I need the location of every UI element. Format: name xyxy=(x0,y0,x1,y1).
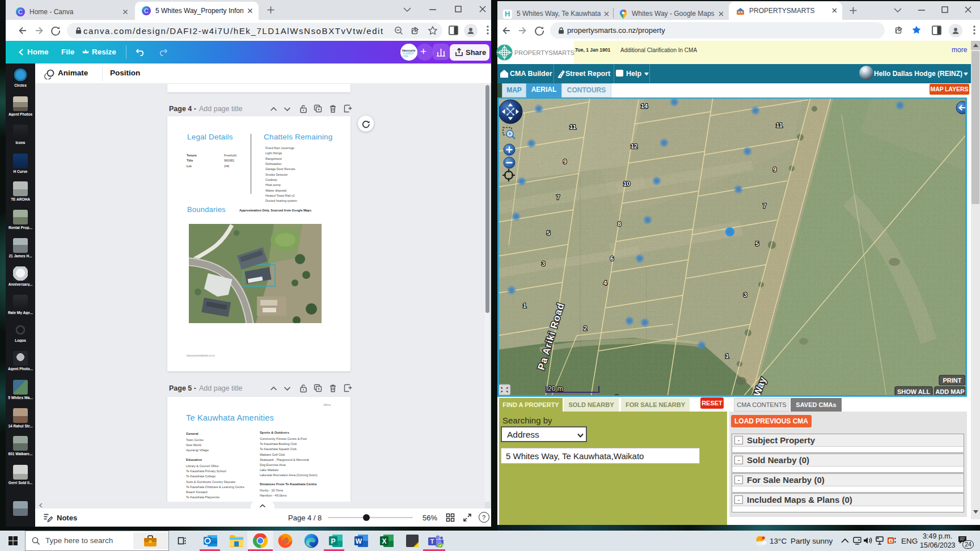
svg-text:P: P xyxy=(331,537,335,545)
svg-text:9: 9 xyxy=(773,166,776,173)
svg-text:SHOW ALL: SHOW ALL xyxy=(897,388,931,395)
svg-text:2: 2 xyxy=(584,325,587,332)
svg-text:5: 5 xyxy=(755,240,759,247)
svg-text:14: 14 xyxy=(641,103,648,109)
svg-text:9: 9 xyxy=(563,158,567,165)
svg-text:3: 3 xyxy=(542,260,545,267)
svg-text:4: 4 xyxy=(890,539,892,543)
svg-text:8: 8 xyxy=(618,221,621,227)
svg-text:5: 5 xyxy=(547,230,550,236)
svg-text:ADD MAP: ADD MAP xyxy=(935,388,964,395)
svg-text:12: 12 xyxy=(631,143,637,150)
svg-text:W: W xyxy=(356,537,362,545)
svg-text:10: 10 xyxy=(623,180,630,187)
svg-text:7: 7 xyxy=(556,194,560,201)
svg-text:6: 6 xyxy=(610,255,614,262)
svg-text:1: 1 xyxy=(523,302,526,309)
svg-text:4: 4 xyxy=(603,279,607,286)
svg-text:C: C xyxy=(18,9,23,15)
svg-text:11: 11 xyxy=(569,124,576,130)
svg-text:7: 7 xyxy=(763,202,766,209)
svg-text:20 m: 20 m xyxy=(548,385,563,393)
svg-text:1: 1 xyxy=(725,353,729,359)
svg-text:3: 3 xyxy=(744,291,747,298)
svg-text:C: C xyxy=(144,7,149,14)
svg-text:X: X xyxy=(382,537,386,545)
svg-text:T: T xyxy=(430,539,434,545)
svg-text:PRINT: PRINT xyxy=(943,377,962,384)
svg-text:11: 11 xyxy=(776,122,783,129)
